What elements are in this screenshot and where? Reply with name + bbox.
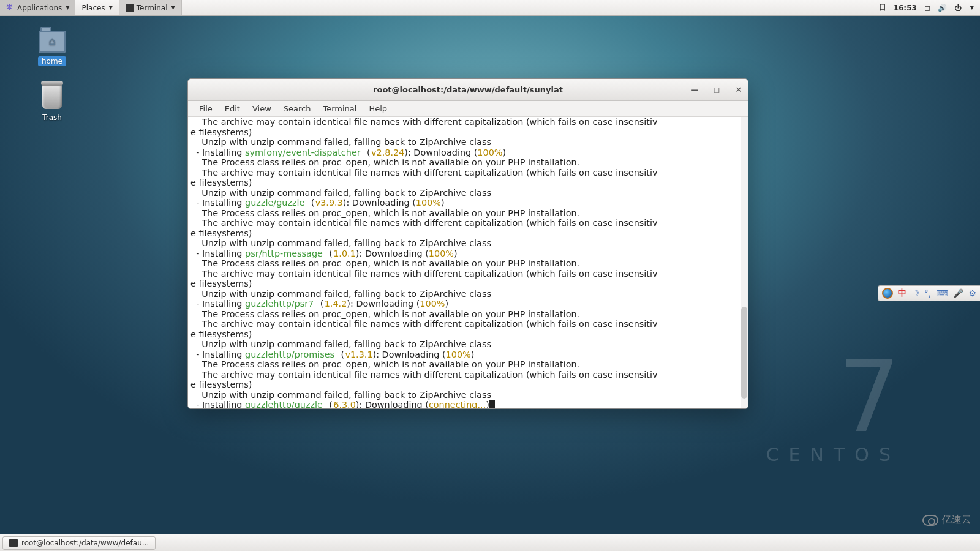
system-tray: 日 16:53 ◻ 🔊 ⏻ ▼ (879, 2, 980, 13)
t-line: The archive may contain identical file n… (190, 218, 657, 238)
pkg-name: psr/http-message (245, 249, 323, 258)
t-line: The Process class relies on proc_open, w… (190, 258, 579, 268)
t-seg: ) (454, 249, 458, 258)
pkg-ver: v2.8.24 (371, 148, 404, 157)
pct: 100% (416, 198, 441, 208)
ime-settings-icon[interactable]: ⚙ (968, 288, 976, 298)
chevron-down-icon: ▼ (172, 5, 175, 10)
t-seg: ) (471, 350, 475, 359)
chevron-down-icon: ▼ (109, 5, 113, 10)
pkg-name: guzzlehttp/guzzle (245, 400, 323, 408)
brand-version: 7 (766, 363, 900, 432)
chevron-down-icon: ▼ (970, 5, 974, 10)
watermark-text: 亿速云 (942, 514, 971, 527)
window-maximize-button[interactable]: ◻ (711, 85, 722, 94)
ime-globe-icon[interactable] (882, 288, 893, 299)
t-line: - Installing (190, 148, 245, 157)
menu-places[interactable]: Places ▼ (75, 0, 118, 15)
t-line: - Installing (190, 350, 245, 359)
t-line: The Process class relies on proc_open, w… (190, 208, 579, 218)
window-close-button[interactable]: ✕ (733, 85, 744, 94)
t-seg: ): Downloading ( (404, 148, 477, 157)
menu-terminal[interactable]: Terminal (317, 104, 363, 113)
t-line: - Installing (190, 198, 245, 208)
scrollbar-thumb[interactable] (741, 307, 747, 399)
pkg-ver: v3.9.3 (315, 198, 343, 208)
desktop-icon-trash-label: Trash (39, 113, 66, 122)
pct: 100% (429, 249, 454, 258)
t-line: - Installing (190, 299, 245, 309)
clock[interactable]: 16:53 (894, 4, 917, 12)
t-seg: ): Downloading ( (356, 249, 429, 258)
brand-name: CENTOS (766, 444, 900, 465)
t-line: Unzip with unzip command failed, falling… (190, 137, 491, 147)
taskbar-item-terminal[interactable]: root@localhost:/data/www/defau... (2, 536, 156, 550)
window-title: root@localhost:/data/www/default/sunylat (373, 85, 563, 94)
terminal-body[interactable]: The archive may contain identical file n… (188, 117, 748, 408)
ime-punct-icon[interactable]: °, (924, 288, 931, 298)
t-seg: ): Downloading ( (356, 400, 429, 408)
terminal-icon (126, 4, 134, 12)
menu-search[interactable]: Search (277, 104, 317, 113)
pkg-ver: 6.3.0 (333, 400, 356, 408)
clock-prefix[interactable]: 日 (879, 2, 886, 13)
terminal-icon (9, 539, 18, 547)
t-seg: ) (441, 198, 445, 208)
t-line: The archive may contain identical file n… (190, 117, 657, 137)
t-line: The archive may contain identical file n… (190, 168, 657, 188)
trash-icon (42, 84, 62, 109)
chevron-down-icon: ▼ (66, 5, 69, 10)
desktop-icon-home-label: home (38, 56, 66, 66)
pkg-name: guzzlehttp/promises (245, 350, 334, 359)
pkg-ver: 1.0.1 (333, 249, 356, 258)
t-line: Unzip with unzip command failed, falling… (190, 339, 491, 349)
ime-mic-icon[interactable]: 🎤 (953, 288, 963, 298)
connecting: connecting... (429, 400, 486, 408)
running-app-indicator[interactable]: Terminal ▼ (119, 0, 182, 15)
t-line: - Installing (190, 400, 245, 408)
pct: 100% (446, 350, 471, 359)
menu-file[interactable]: File (193, 104, 219, 113)
scrollbar[interactable] (741, 117, 748, 408)
pkg-ver: 1.4.2 (325, 299, 347, 309)
window-titlebar[interactable]: root@localhost:/data/www/default/sunylat… (188, 79, 748, 101)
t-line: The Process class relies on proc_open, w… (190, 157, 579, 167)
menu-edit[interactable]: Edit (219, 104, 246, 113)
taskbar-item-label: root@localhost:/data/www/defau... (21, 539, 149, 547)
ime-lang-icon[interactable]: 中 (898, 288, 907, 299)
desktop-icon-trash[interactable]: Trash (28, 84, 77, 122)
t-line: Unzip with unzip command failed, falling… (190, 390, 491, 400)
t-line: The archive may contain identical file n… (190, 269, 657, 289)
t-line: The Process class relies on proc_open, w… (190, 359, 579, 369)
t-seg: ): Downloading ( (373, 350, 446, 359)
volume-icon[interactable]: 🔊 (938, 4, 947, 12)
ime-moon-icon[interactable]: ☽ (911, 288, 919, 298)
menu-applications-label: Applications (17, 4, 62, 12)
top-panel: Applications ▼ Places ▼ Terminal ▼ 日 16:… (0, 0, 980, 16)
accessibility-icon[interactable]: ◻ (924, 4, 930, 12)
pkg-name: guzzlehttp/psr7 (245, 299, 314, 309)
terminal-window: root@localhost:/data/www/default/sunylat… (187, 78, 748, 409)
t-line: - Installing (190, 249, 245, 258)
running-app-label: Terminal (137, 4, 168, 12)
t-line: The archive may contain identical file n… (190, 370, 657, 390)
folder-home-icon (39, 31, 66, 53)
menu-help[interactable]: Help (363, 104, 393, 113)
t-seg: ): Downloading ( (347, 299, 420, 309)
desktop-icon-home[interactable]: home (28, 31, 77, 66)
watermark-icon (922, 515, 938, 526)
window-minimize-button[interactable]: — (689, 85, 700, 94)
pkg-ver: v1.3.1 (345, 350, 372, 359)
pct: 100% (420, 299, 445, 309)
brand-centos: 7 CENTOS (766, 363, 900, 465)
pkg-name: guzzle/guzzle (245, 198, 304, 208)
t-seg: ) (502, 148, 506, 157)
ime-keyboard-icon[interactable]: ⌨ (936, 288, 948, 298)
bottom-panel: root@localhost:/data/www/defau... (0, 534, 980, 551)
pkg-name: symfony/event-dispatcher (245, 148, 361, 157)
menu-applications[interactable]: Applications ▼ (0, 0, 75, 15)
power-icon[interactable]: ⏻ (954, 4, 962, 12)
t-line: The archive may contain identical file n… (190, 319, 657, 339)
t-seg: ) (445, 299, 449, 309)
menu-view[interactable]: View (246, 104, 277, 113)
